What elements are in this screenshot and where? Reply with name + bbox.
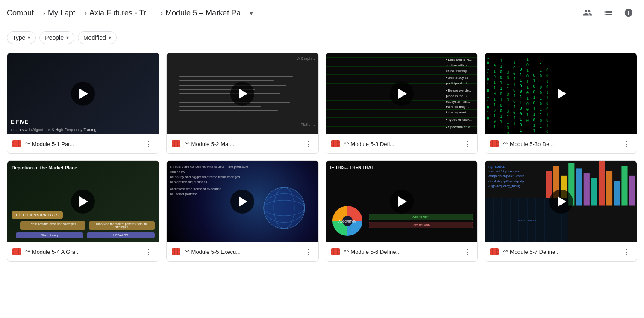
svg-rect-23 [490,145,491,146]
svg-rect-71 [490,250,491,251]
svg-rect-76 [496,248,497,255]
svg-rect-68 [622,166,628,206]
film-icon-6 [171,247,181,257]
svg-rect-70 [490,248,499,255]
film-icon-3 [330,139,341,149]
svg-rect-72 [490,253,491,254]
thumb-text-3: • Let's define H... section with n... of… [446,57,473,130]
breadcrumb-dropdown-icon[interactable]: ▾ [250,9,253,17]
thumb-market-title: Depiction of the Market Place [12,165,77,170]
play-btn-4[interactable] [549,82,573,106]
item-footer-1: ^^ Module 5-1 Par... ⋮ [7,134,159,153]
thumb-links-8: high speeds /narrpw.it/high-frequenci...… [488,164,526,188]
item-more-5[interactable]: ⋮ [143,246,155,258]
svg-rect-26 [492,140,493,147]
svg-rect-5 [15,140,15,147]
svg-rect-19 [333,140,334,147]
svg-rect-6 [18,140,19,147]
play-btn-5[interactable] [71,190,95,214]
item-footer-2: ^^ Module 5-2 Mar... ⋮ [167,134,318,153]
breadcrumb-actions [579,4,637,21]
svg-rect-1 [12,142,14,143]
play-btn-1[interactable] [71,82,95,106]
filter-people-arrow: ▾ [66,35,69,41]
film-icon-7 [330,247,341,257]
item-more-1[interactable]: ⋮ [143,138,155,150]
filter-type-chip[interactable]: Type ▾ [7,31,36,44]
grid-item-4[interactable]: 101101011010 010110110101 110011010011 0… [485,53,637,154]
filter-bar: Type ▾ People ▾ Modified ▾ [0,26,644,49]
thumb-bottom-text-2: Platfor... [300,122,315,127]
grid-item-5[interactable]: Depiction of the Market Place EXECUTION … [7,160,159,262]
breadcrumb-axia[interactable]: Axia Futures - Tradin... [89,9,158,18]
play-btn-8[interactable] [549,190,573,214]
item-footer-6: ^^ Module 5-5 Execu... ⋮ [167,242,318,261]
item-footer-7: ^^ Module 5-6 Define... ⋮ [326,242,478,261]
item-more-8[interactable]: ⋮ [620,246,632,258]
grid-item-3[interactable]: • Let's define H... section with n... of… [326,53,478,154]
svg-rect-63 [584,173,590,205]
svg-rect-47 [177,248,178,255]
thumb-6: s traders are concerned with to determin… [167,161,318,242]
breadcrumb-sep-1: › [43,9,45,18]
thumb-4: 101101011010 010110110101 110011010011 0… [485,53,637,134]
item-footer-3: ^^ Module 5-3 Defi... ⋮ [326,134,478,153]
thumb-5: Depiction of the Market Place EXECUTION … [7,161,159,242]
info-icon [624,8,633,18]
grid-item-1[interactable]: E FIVE icipants with Algorithms & High F… [7,53,159,154]
people-button[interactable] [579,4,596,21]
item-title-4: ^^ Module 5-3b De... [503,141,617,147]
algo-diagram: EXECUTION STRATEGIES Profit from the exe… [12,211,155,238]
filter-modified-label: Modified [83,34,106,41]
play-btn-3[interactable] [390,82,414,106]
svg-text:ALGORITHM: ALGORITHM [338,220,356,223]
breadcrumb-computer[interactable]: Comput... [7,9,40,18]
svg-rect-22 [490,142,491,143]
svg-rect-18 [338,145,340,146]
breadcrumb-sep-3: › [160,9,163,18]
thumb-title-1: E FIVE [11,119,28,126]
svg-rect-56 [333,248,334,255]
svg-rect-66 [606,171,612,205]
list-view-button[interactable] [600,4,617,21]
item-more-2[interactable]: ⋮ [302,138,314,150]
item-title-3: ^^ Module 5-3 Defi... [344,141,458,147]
svg-rect-62 [576,168,582,205]
film-icon-8 [489,247,500,257]
filter-modified-chip[interactable]: Modified ▾ [78,31,117,44]
breadcrumb-bar: Comput... › My Lapt... › Axia Futures - … [0,0,644,26]
svg-rect-32 [20,253,21,254]
item-more-4[interactable]: ⋮ [620,138,632,150]
grid-item-2[interactable]: A Graph... Platfor... ^^ Module 5-2 Mar.… [166,53,319,154]
item-more-6[interactable]: ⋮ [302,246,314,258]
svg-rect-14 [331,140,340,147]
grid-item-6[interactable]: s traders are concerned with to determin… [166,160,319,262]
svg-rect-43 [172,253,173,254]
svg-rect-64 [591,178,597,206]
svg-rect-11 [179,145,180,146]
list-icon [603,8,613,18]
svg-rect-8 [172,142,173,143]
item-title-7: ^^ Module 5-6 Define... [344,249,458,255]
filter-people-chip[interactable]: People ▾ [39,31,74,44]
item-more-7[interactable]: ⋮ [461,246,473,258]
grid-item-7[interactable]: IF THIS... THEN THAT ALGORITHM Able to w… [326,160,478,262]
svg-rect-74 [497,253,499,254]
play-btn-2[interactable] [230,82,254,106]
filter-type-arrow: ▾ [28,35,30,41]
breadcrumb-mylaptop[interactable]: My Lapt... [48,9,82,18]
svg-rect-28 [12,248,21,255]
item-title-5: ^^ Module 5-4 A Gra... [25,249,139,255]
svg-rect-29 [12,250,14,251]
thumb-3: • Let's define H... section with n... of… [326,53,478,134]
svg-rect-25 [497,145,499,146]
item-more-3[interactable]: ⋮ [461,138,473,150]
grid-item-8[interactable]: server racks high speeds /narrpw.it/high… [485,160,637,262]
svg-rect-46 [174,248,175,255]
item-footer-5: ^^ Module 5-4 A Gra... ⋮ [7,242,159,261]
svg-rect-65 [599,161,605,206]
info-button[interactable] [620,4,637,21]
item-footer-8: ^^ Module 5-7 Define... ⋮ [485,242,637,261]
play-btn-6[interactable] [230,190,254,214]
play-btn-7[interactable] [390,190,414,214]
